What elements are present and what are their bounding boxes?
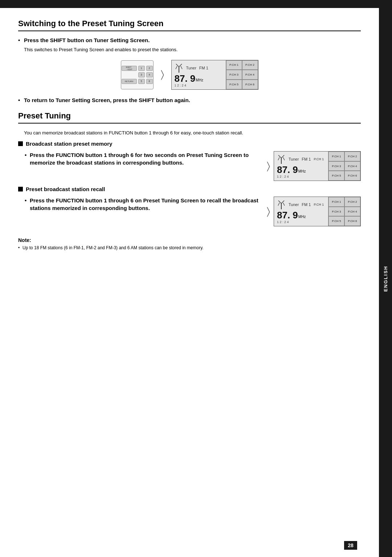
diagram-side-1: 〉 Tun (267, 151, 361, 181)
tuner-time-2: 1 2 : 2 4 (277, 175, 325, 178)
tuner-btn3-pch4: P.CH 4 (344, 207, 360, 217)
tuner-btn2-pch2: P.CH 2 (344, 152, 360, 161)
tuner-fm-1: FM 1 (199, 66, 208, 70)
note-text: Up to 18 FM stations (6 in FM-1, FM-2 an… (18, 245, 361, 251)
svg-line-13 (278, 203, 279, 206)
svg-line-11 (278, 201, 281, 203)
tuner-btn-pch4: P.CH 4 (242, 70, 258, 80)
tuner-pch-2: P.CH 1 (314, 157, 324, 161)
remote-row-top: SHIFT→EDIT 1 2 (122, 66, 153, 71)
tuner-btn-pch1: P.CH 1 (226, 60, 242, 70)
tuner-fm-3: FM 1 (302, 202, 311, 207)
tuner-pch-3: P.CH 1 (314, 203, 324, 206)
tuner-btn3-pch2: P.CH 2 (344, 197, 360, 207)
svg-line-9 (283, 157, 285, 160)
main-content: Switching to the Preset Tuning Screen Pr… (0, 0, 379, 557)
tuner-screen-1: Tuner FM 1 87. 9 MHz 1 2 : 2 4 P.CH 1 P.… (171, 60, 258, 90)
tuner-btn-pch3: P.CH 3 (226, 70, 242, 80)
subsection2-header: Preset broadcast station recall (18, 186, 361, 192)
tuner-fm-2: FM 1 (302, 157, 311, 161)
tuner-btn-pch6: P.CH 6 (242, 80, 258, 89)
tuner-btn3-pch1: P.CH 1 (328, 197, 344, 207)
content-text-2: Press the FUNCTION button 1 through 6 on… (18, 197, 260, 214)
arrow-3: 〉 (267, 206, 270, 218)
remote-row-mid: 3 4 (122, 72, 153, 77)
section1-bullet2: To return to Tuner Setting Screen, press… (18, 97, 361, 103)
tuner-btn3-pch3: P.CH 3 (328, 207, 344, 217)
remote-btn-4: 4 (146, 72, 153, 77)
content-text-1: Press the FUNCTION button 1 through 6 fo… (18, 151, 260, 169)
note-label: Note: (18, 237, 361, 243)
tuner-freq-2: 87. 9 MHz (277, 165, 325, 174)
antenna-icon-1 (175, 62, 183, 73)
remote-return-btn: RETURN (122, 79, 137, 84)
section2-body: You can memorize broadcast stations in F… (18, 129, 361, 137)
antenna-icon-3 (277, 199, 286, 210)
svg-line-8 (278, 157, 279, 160)
subsection2-bullet: Press the FUNCTION button 1 through 6 on… (18, 197, 260, 212)
subsection1-header: Broadcast station preset memory (18, 141, 361, 147)
diagram-side-2: 〉 Tun (267, 197, 361, 226)
arrow-1: 〉 (161, 69, 164, 81)
diagram-row-1: SHIFT→EDIT 1 2 3 4 RETURN 5 6 (18, 60, 361, 90)
tuner-btn3-pch6: P.CH 6 (344, 216, 360, 226)
remote-btn-1: 1 (138, 66, 145, 71)
remote-row-bot: RETURN 5 6 (122, 79, 153, 84)
subsection1-bullet: Press the FUNCTION button 1 through 6 fo… (18, 151, 260, 166)
svg-line-3 (176, 66, 177, 69)
content-row-1: Press the FUNCTION button 1 through 6 fo… (18, 151, 361, 181)
tuner-word-1: Tuner (186, 66, 196, 70)
tuner-buttons-3: P.CH 1 P.CH 2 P.CH 3 P.CH 4 P.CH 5 P.CH … (328, 197, 360, 226)
tuner-btn-row-1b: P.CH 3 P.CH 4 (226, 70, 258, 80)
tuner-btn-pch5: P.CH 5 (226, 80, 242, 89)
tuner-time-1: 1 2 : 2 4 (175, 84, 223, 87)
square-icon-2 (18, 187, 23, 191)
antenna-icon-2 (277, 154, 286, 165)
remote-btn-3: 3 (138, 72, 145, 77)
remote-btn-5: 5 (138, 79, 145, 84)
tuner-word-3: Tuner (289, 202, 299, 207)
section1: Switching to the Preset Tuning Screen Pr… (18, 19, 361, 103)
square-icon-1 (18, 141, 23, 146)
tuner-btn2-pch5: P.CH 5 (328, 171, 344, 181)
tuner-word-2: Tuner (289, 157, 299, 161)
top-bar (0, 0, 379, 8)
svg-line-4 (181, 66, 182, 69)
page-wrapper: Switching to the Preset Tuning Screen Pr… (0, 0, 392, 557)
tuner-freq-1: 87. 9 MHz (175, 74, 223, 83)
sidebar-label: ENGLISH (383, 266, 388, 292)
section2-title: Preset Tuning (18, 111, 361, 124)
tuner-screen-3: Tuner FM 1 P.CH 1 87. 9 MHz 1 2 : 2 4 (274, 197, 361, 226)
tuner-btn-pch2: P.CH 2 (242, 60, 258, 70)
tuner-btn3-pch5: P.CH 5 (328, 216, 344, 226)
tuner-btn-row-1c: P.CH 5 P.CH 6 (226, 80, 258, 89)
section1-body1: This switches to Preset Tuning Screen an… (18, 46, 361, 53)
page-number: 28 (344, 541, 357, 550)
note-section: Note: Up to 18 FM stations (6 in FM-1, F… (18, 237, 361, 251)
tuner-btn2-pch1: P.CH 1 (328, 152, 344, 161)
tuner-btn2-pch6: P.CH 6 (344, 171, 360, 181)
section2: Preset Tuning You can memorize broadcast… (18, 111, 361, 227)
svg-line-1 (176, 64, 179, 67)
arrow-2: 〉 (267, 160, 270, 172)
section1-title: Switching to the Preset Tuning Screen (18, 19, 361, 31)
content-row-2: Press the FUNCTION button 1 through 6 on… (18, 197, 361, 226)
svg-line-2 (179, 64, 182, 67)
tuner-btn-row-1a: P.CH 1 P.CH 2 (226, 60, 258, 70)
tuner-buttons-1: P.CH 1 P.CH 2 P.CH 3 P.CH 4 P.CH 5 P.CH … (226, 60, 258, 89)
remote-btn-2: 2 (146, 66, 153, 71)
svg-line-12 (281, 201, 284, 203)
tuner-btn2-pch3: P.CH 3 (328, 161, 344, 171)
sidebar-right: ENGLISH (379, 0, 392, 557)
tuner-label-row-3: Tuner FM 1 P.CH 1 (277, 199, 325, 210)
tuner-screen-2: Tuner FM 1 P.CH 1 87. 9 MHz 1 2 : 2 4 (274, 151, 361, 181)
remote-shift-btn: SHIFT→EDIT (122, 66, 137, 71)
section1-bullet1: Press the SHIFT button on Tuner Setting … (18, 37, 361, 43)
tuner-label-row-2: Tuner FM 1 P.CH 1 (277, 154, 325, 165)
tuner-freq-3: 87. 9 MHz (277, 210, 325, 220)
svg-line-7 (281, 155, 284, 158)
tuner-buttons-2: P.CH 1 P.CH 2 P.CH 3 P.CH 4 P.CH 5 P.CH … (328, 152, 360, 181)
tuner-time-3: 1 2 : 2 4 (277, 220, 325, 224)
remote-mockup: SHIFT→EDIT 1 2 3 4 RETURN 5 6 (121, 60, 154, 89)
tuner-main-2: Tuner FM 1 P.CH 1 87. 9 MHz 1 2 : 2 4 (274, 152, 328, 181)
